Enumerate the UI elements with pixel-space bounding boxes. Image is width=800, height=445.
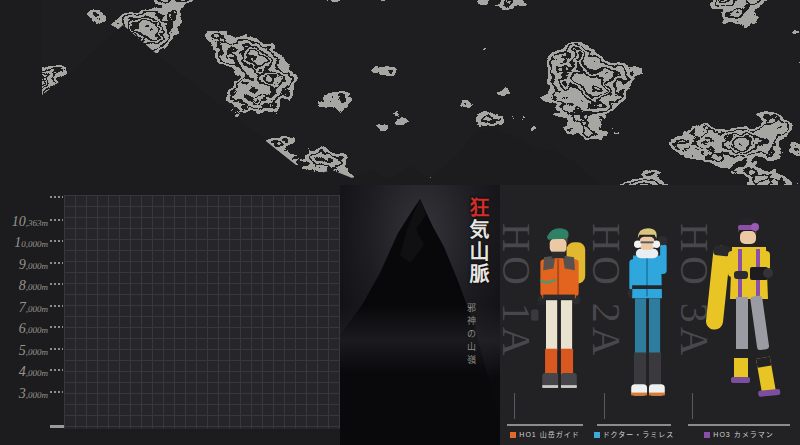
character-card-ho3[interactable]: HO 3A (678, 185, 800, 445)
altitude-value-big: 7 (19, 300, 26, 315)
character-card-ho1[interactable]: HO 1A (500, 185, 590, 445)
altitude-value-small: 0,000m (21, 239, 48, 249)
altitude-value-small: ,000m (26, 368, 48, 378)
altitude-baseline-tick (50, 425, 64, 428)
altitude-tick (50, 262, 63, 264)
altitude-value-big: 5 (19, 343, 26, 358)
handout-rule (692, 393, 693, 419)
caption-text: ドクター・ラミレス (603, 431, 675, 438)
altitude-tick (50, 369, 63, 371)
altitude-label-7000m: 7,000m (2, 299, 48, 315)
scenario-title-rest: 気山脈 (467, 219, 489, 285)
caption-text: HO3 カメラマン (713, 431, 773, 438)
altitude-tick (50, 326, 63, 328)
title-panel: 狂気山脈 邪神の山嶺 (340, 185, 505, 445)
altitude-value-big: 8 (19, 278, 26, 293)
altitude-value-small: ,363m (26, 218, 48, 228)
caption-chip (510, 432, 516, 438)
character-illustration-guide (518, 217, 590, 417)
handout-rule (604, 393, 605, 419)
altitude-label-3000m: 3,000m (2, 385, 48, 401)
altitude-value-small: ,000m (26, 261, 48, 271)
altitude-label-8000m: 8,000m (2, 277, 48, 293)
altitude-value-big: 3 (19, 386, 26, 401)
altitude-value-small: ,000m (26, 390, 48, 400)
card-divider-line (597, 424, 671, 426)
altitude-tick (50, 348, 63, 350)
scenario-title: 狂気山脈 (464, 197, 493, 285)
character-illustration-doctor (606, 217, 678, 417)
altitude-label-10000m: 10,000m (2, 234, 48, 250)
altitude-tick (50, 283, 63, 285)
caption-chip (594, 432, 600, 438)
character-caption-ho1: HO1 山岳ガイド (500, 429, 590, 439)
altitude-tick (50, 196, 63, 198)
altitude-tick (50, 391, 63, 393)
altitude-tick (50, 219, 63, 221)
scene: 10,363m 10,000m 9,000m 8,000m 7,000m 6,0… (0, 0, 800, 445)
character-cards: HO 1A (500, 185, 800, 445)
altitude-value-big: 6 (19, 321, 26, 336)
altitude-label-9000m: 9,000m (2, 256, 48, 272)
scenario-title-first-char: 狂 (467, 197, 489, 219)
caption-chip (704, 432, 710, 438)
altitude-label-10363m: 10,363m (2, 213, 48, 229)
altitude-value-small: ,000m (26, 325, 48, 335)
altitude-value-small: ,000m (26, 282, 48, 292)
character-illustration-cameraman (698, 211, 790, 417)
scenario-subtitle: 邪神の山嶺 (465, 303, 478, 368)
altitude-tick (50, 305, 63, 307)
caption-text: HO1 山岳ガイド (519, 431, 579, 438)
altitude-value-small: ,000m (26, 304, 48, 314)
altitude-tick (50, 240, 63, 242)
character-card-ho2[interactable]: HO 2A (590, 185, 678, 445)
altitude-label-5000m: 5,000m (2, 342, 48, 358)
altitude-value-big: 9 (19, 257, 26, 272)
handout-rule (514, 393, 515, 419)
card-divider-line (688, 424, 790, 426)
altitude-value-big: 4 (19, 364, 26, 379)
altitude-label-6000m: 6,000m (2, 320, 48, 336)
altitude-value-small: ,000m (26, 347, 48, 357)
character-caption-ho2: ドクター・ラミレス (590, 429, 678, 439)
altitude-label-4000m: 4,000m (2, 363, 48, 379)
altitude-value-big: 10 (12, 214, 26, 229)
character-caption-ho3: HO3 カメラマン (678, 429, 800, 439)
card-divider-line (507, 424, 583, 426)
